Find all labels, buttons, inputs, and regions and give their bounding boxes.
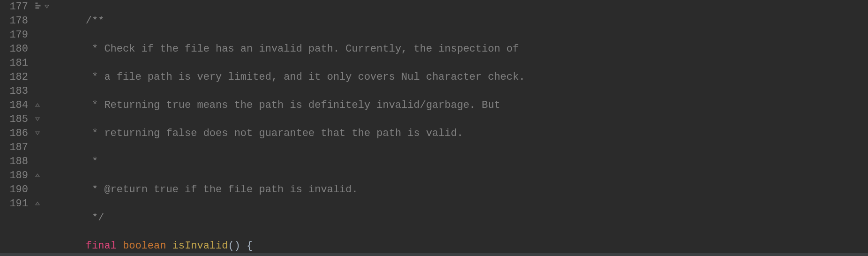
fold-close-icon[interactable] xyxy=(35,197,40,211)
fold-close-icon[interactable] xyxy=(35,169,40,183)
line-number: 190 xyxy=(0,183,28,197)
code-line[interactable]: final boolean isInvalid() { xyxy=(61,239,868,253)
fold-open-icon[interactable] xyxy=(35,113,40,127)
comment-text: * a file path is very limited, and it on… xyxy=(92,71,525,83)
keyword-boolean: boolean xyxy=(123,240,166,252)
code-area[interactable]: /** * Check if the file has an invalid p… xyxy=(61,0,868,256)
comment-text: * Returning true means the path is defin… xyxy=(92,99,500,111)
line-number: 178 xyxy=(0,14,28,28)
code-line[interactable]: * returning false does not guarantee tha… xyxy=(61,127,868,141)
svg-rect-0 xyxy=(36,3,37,4)
code-line[interactable]: /** xyxy=(61,14,868,28)
line-number: 183 xyxy=(0,84,28,98)
line-number: 180 xyxy=(0,42,28,56)
comment-text: * Check if the file has an invalid path.… xyxy=(92,43,519,55)
comment-text: * returning false does not guarantee tha… xyxy=(92,128,463,139)
comment-text: * xyxy=(92,156,98,167)
svg-rect-2 xyxy=(36,8,39,8)
line-number: 188 xyxy=(0,155,28,169)
comment-text: * @return true if the file path is inval… xyxy=(92,184,358,196)
code-line[interactable]: * Returning true means the path is defin… xyxy=(61,98,868,113)
line-number-gutter: 177 178 179 180 181 182 183 184 185 186 … xyxy=(0,0,33,256)
keyword-final: final xyxy=(86,240,117,252)
method-name: isInvalid xyxy=(172,240,228,252)
code-line[interactable]: * xyxy=(61,155,868,169)
line-number: 186 xyxy=(0,127,28,141)
svg-rect-1 xyxy=(36,5,40,6)
comment-text: */ xyxy=(92,212,104,224)
fold-gutter xyxy=(33,0,61,256)
fold-open-icon[interactable] xyxy=(44,0,50,14)
line-number: 187 xyxy=(0,141,28,155)
code-editor[interactable]: 177 178 179 180 181 182 183 184 185 186 … xyxy=(0,0,868,256)
code-line[interactable]: * @return true if the file path is inval… xyxy=(61,183,868,197)
code-line[interactable]: * a file path is very limited, and it on… xyxy=(61,70,868,84)
structure-icon[interactable] xyxy=(35,0,42,14)
line-number: 182 xyxy=(0,70,28,84)
fold-open-icon[interactable] xyxy=(35,127,40,141)
line-number: 184 xyxy=(0,98,28,113)
scrollbar-track[interactable] xyxy=(0,253,868,256)
code-line[interactable]: * Check if the file has an invalid path.… xyxy=(61,42,868,56)
line-number: 191 xyxy=(0,197,28,211)
line-number: 185 xyxy=(0,113,28,127)
code-line[interactable]: */ xyxy=(61,211,868,225)
fold-close-icon[interactable] xyxy=(35,98,40,113)
line-number: 189 xyxy=(0,169,28,183)
line-number: 177 xyxy=(0,0,28,14)
line-number: 179 xyxy=(0,28,28,42)
line-number: 181 xyxy=(0,56,28,70)
comment-text: /** xyxy=(86,15,105,27)
